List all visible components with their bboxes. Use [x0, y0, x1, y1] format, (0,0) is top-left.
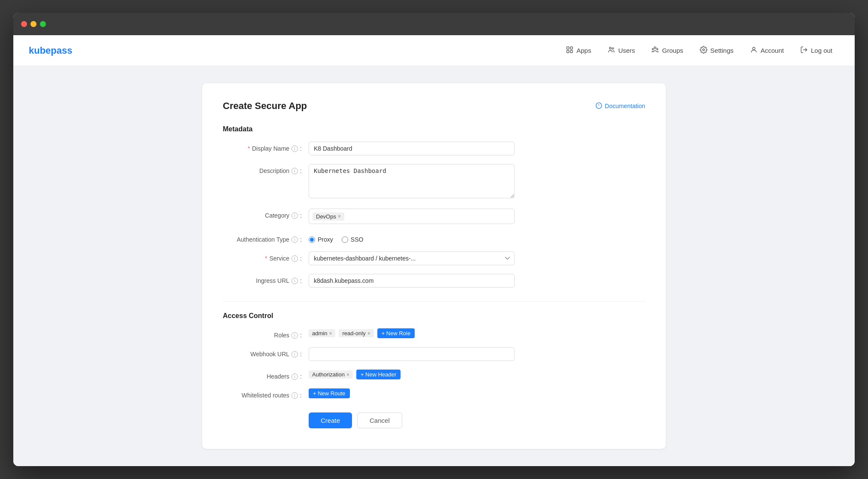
category-info-icon[interactable]: i [291, 212, 298, 219]
category-tag-close[interactable]: × [338, 214, 341, 219]
category-label: Category i : [223, 209, 309, 219]
ingress-url-wrapper [309, 274, 515, 288]
headers-label: Headers i : [223, 370, 309, 380]
nav-users-label: Users [618, 47, 635, 54]
role-admin-close[interactable]: × [329, 331, 332, 336]
maximize-button[interactable] [40, 21, 46, 27]
close-button[interactable] [21, 21, 27, 27]
auth-type-info-icon[interactable]: i [291, 236, 298, 243]
nav-logout[interactable]: Log out [793, 42, 839, 58]
form-actions: Create Cancel [223, 412, 645, 428]
svg-rect-1 [570, 47, 572, 49]
nav-logout-label: Log out [811, 47, 832, 54]
svg-point-4 [610, 47, 612, 49]
access-control-section: Access Control Roles i : admin [223, 312, 645, 399]
display-name-input[interactable] [309, 142, 515, 155]
svg-point-9 [753, 47, 755, 50]
whitelisted-routes-row: Whitelisted routes i : + New Route [223, 388, 645, 399]
section-divider [223, 301, 645, 302]
new-header-button[interactable]: + New Header [356, 370, 401, 379]
role-admin-label: admin [312, 330, 327, 337]
card-header: Create Secure App Documentation [223, 100, 645, 112]
service-label: * Service i : [223, 252, 309, 262]
headers-info-icon[interactable]: i [291, 373, 298, 380]
description-info-icon[interactable]: i [291, 168, 298, 174]
whitelisted-routes-info-icon[interactable]: i [291, 392, 298, 399]
roles-wrapper: admin × read-only × + New Role [309, 328, 515, 338]
nav-groups-label: Groups [662, 47, 683, 54]
new-route-button[interactable]: + New Route [309, 388, 350, 398]
service-info-icon[interactable]: i [291, 255, 298, 262]
headers-wrapper: Authorization × + New Header [309, 370, 515, 379]
nav-apps-label: Apps [577, 47, 591, 54]
auth-type-label: Authentication Type i : [223, 233, 309, 243]
svg-point-5 [612, 48, 614, 49]
webhook-url-row: Webhook URL i : [223, 347, 645, 361]
header-authorization-close[interactable]: × [346, 372, 349, 377]
svg-rect-2 [567, 51, 569, 53]
category-row: Category i : DevOps × [223, 209, 645, 224]
auth-proxy-radio[interactable] [309, 236, 315, 243]
required-star: * [248, 145, 250, 152]
nav-groups[interactable]: Groups [644, 42, 690, 58]
category-wrapper: DevOps × [309, 209, 515, 224]
description-row: Description i : Kubernetes Dashboard [223, 164, 645, 200]
roles-info-icon[interactable]: i [291, 332, 298, 339]
display-name-info-icon[interactable]: i [291, 146, 298, 152]
minimize-button[interactable] [30, 21, 36, 27]
service-select[interactable]: kubernetes-dashboard / kubernetes-... [309, 252, 515, 265]
doc-icon [595, 102, 602, 110]
logo: kubepass [29, 45, 73, 56]
webhook-url-info-icon[interactable]: i [291, 351, 298, 358]
roles-label: Roles i : [223, 328, 309, 339]
webhook-url-label: Webhook URL i : [223, 347, 309, 358]
roles-row: Roles i : admin × read-onl [223, 328, 645, 339]
ingress-url-info-icon[interactable]: i [291, 278, 298, 284]
app-window: kubepass Apps Users [13, 13, 855, 466]
nav-apps[interactable]: Apps [559, 42, 598, 58]
ingress-url-row: Ingress URL i : [223, 274, 645, 288]
role-readonly-close[interactable]: × [367, 331, 370, 336]
settings-icon [700, 46, 707, 55]
display-name-row: * Display Name i : [223, 142, 645, 155]
new-role-button[interactable]: + New Role [377, 328, 415, 338]
description-input[interactable]: Kubernetes Dashboard [309, 164, 515, 198]
cancel-button[interactable]: Cancel [357, 412, 402, 428]
category-tag-label: DevOps [316, 213, 336, 220]
webhook-url-input[interactable] [309, 347, 515, 361]
auth-sso-option[interactable]: SSO [342, 236, 364, 243]
description-label: Description i : [223, 164, 309, 174]
nav-account[interactable]: Account [743, 42, 791, 58]
logo-text: kube [29, 45, 51, 56]
account-icon [750, 46, 758, 55]
navbar: kubepass Apps Users [13, 35, 855, 66]
logo-accent: pass [51, 45, 72, 56]
group-icon [651, 46, 659, 55]
auth-proxy-option[interactable]: Proxy [309, 236, 333, 243]
content-area: Create Secure App Documentation Metadata [13, 66, 855, 466]
service-row: * Service i : kubernetes-dashboard / kub… [223, 252, 645, 265]
display-name-wrapper [309, 142, 515, 155]
nav-users[interactable]: Users [601, 42, 642, 58]
headers-container: Authorization × + New Header [309, 370, 515, 379]
role-tag-readonly: read-only × [339, 329, 373, 337]
create-button[interactable]: Create [309, 412, 352, 428]
users-icon [607, 46, 615, 55]
auth-sso-radio[interactable] [342, 236, 348, 243]
svg-point-6 [654, 47, 656, 49]
documentation-link[interactable]: Documentation [595, 102, 645, 110]
nav-account-label: Account [761, 47, 784, 54]
service-required-star: * [265, 255, 267, 261]
header-authorization-label: Authorization [312, 371, 345, 378]
grid-icon [566, 46, 574, 55]
category-tag-input[interactable]: DevOps × [309, 209, 515, 224]
role-readonly-label: read-only [342, 330, 365, 337]
nav-items: Apps Users Groups [559, 42, 839, 58]
ingress-url-input[interactable] [309, 274, 515, 288]
svg-rect-0 [567, 47, 569, 49]
auth-type-radio-group: Proxy SSO [309, 233, 515, 243]
description-wrapper: Kubernetes Dashboard [309, 164, 515, 200]
nav-settings[interactable]: Settings [693, 42, 741, 58]
logout-icon [800, 46, 808, 55]
auth-type-row: Authentication Type i : Proxy [223, 233, 645, 243]
